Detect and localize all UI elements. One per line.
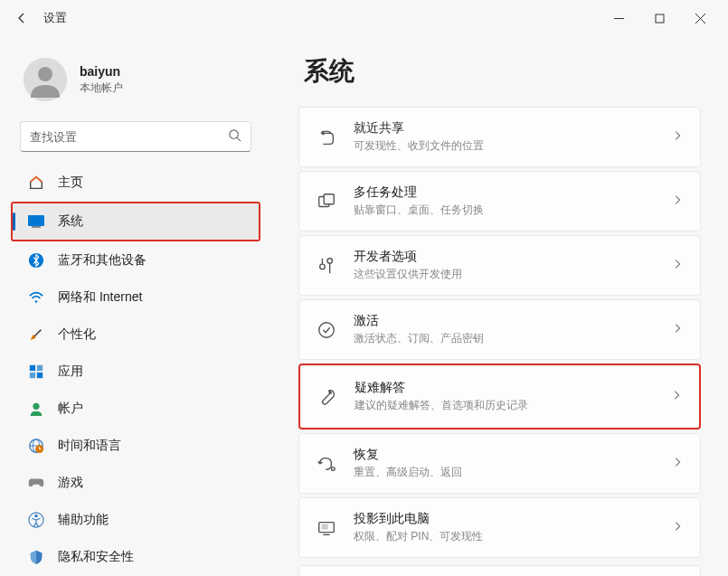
sidebar-item-bluetooth[interactable]: 蓝牙和其他设备 xyxy=(13,242,259,279)
svg-rect-25 xyxy=(324,194,334,203)
wifi-icon xyxy=(27,288,45,307)
card-title: 就近共享 xyxy=(354,120,655,137)
card-partial-remote[interactable]: 远程桌面 xyxy=(298,565,701,576)
home-icon xyxy=(27,174,45,192)
svg-rect-15 xyxy=(30,373,35,378)
card-troubleshoot[interactable]: 疑难解答 建议的疑难解答、首选项和历史记录 xyxy=(298,364,701,430)
sidebar-item-accessibility[interactable]: 辅助功能 xyxy=(13,502,259,538)
maximize-button[interactable] xyxy=(639,4,680,33)
avatar xyxy=(24,58,67,101)
card-subtitle: 重置、高级启动、返回 xyxy=(354,465,655,480)
chevron-right-icon xyxy=(670,389,683,405)
svg-line-7 xyxy=(237,137,241,141)
maximize-icon xyxy=(655,14,665,24)
profile-name: baiyun xyxy=(80,64,123,79)
window-controls xyxy=(599,4,721,33)
sidebar-item-system[interactable]: 系统 xyxy=(13,203,259,240)
svg-point-11 xyxy=(35,300,38,303)
card-title: 激活 xyxy=(354,313,655,329)
sidebar-item-label: 帐户 xyxy=(58,401,83,417)
card-nearby-sharing[interactable]: 就近共享 可发现性、收到文件的位置 xyxy=(298,107,701,167)
sidebar-item-time-language[interactable]: 时间和语言 xyxy=(13,428,259,464)
card-subtitle: 可发现性、收到文件的位置 xyxy=(354,138,655,154)
sidebar-item-accounts[interactable]: 帐户 xyxy=(13,391,259,427)
person-icon xyxy=(27,400,45,418)
card-subtitle: 激活状态、订阅、产品密钥 xyxy=(354,331,655,346)
sidebar-item-label: 蓝牙和其他设备 xyxy=(58,252,147,269)
svg-rect-14 xyxy=(37,365,43,371)
gamepad-icon xyxy=(27,474,45,492)
apps-icon xyxy=(27,363,45,381)
sidebar-item-label: 主页 xyxy=(58,175,83,191)
chevron-right-icon xyxy=(671,129,684,146)
sidebar-item-apps[interactable]: 应用 xyxy=(13,354,259,390)
card-title: 疑难解答 xyxy=(355,380,654,396)
sidebar-item-network[interactable]: 网络和 Internet xyxy=(13,279,259,316)
sidebar-item-label: 隐私和安全性 xyxy=(58,549,134,565)
sidebar-item-label: 应用 xyxy=(58,364,83,380)
card-recovery[interactable]: 恢复 重置、高级启动、返回 xyxy=(298,433,701,494)
sidebar-item-label: 个性化 xyxy=(58,326,96,343)
card-subtitle: 权限、配对 PIN、可发现性 xyxy=(354,529,655,544)
search-input[interactable] xyxy=(30,130,228,144)
card-title: 多任务处理 xyxy=(354,184,655,201)
chevron-right-icon xyxy=(671,520,684,536)
sidebar-item-personalization[interactable]: 个性化 xyxy=(13,316,259,353)
sidebar-item-home[interactable]: 主页 xyxy=(13,165,259,201)
user-profile[interactable]: baiyun 本地帐户 xyxy=(7,47,264,112)
brush-icon xyxy=(27,326,45,344)
sidebar-item-label: 时间和语言 xyxy=(58,438,121,454)
close-button[interactable] xyxy=(680,4,721,33)
search-box[interactable] xyxy=(20,121,251,152)
chevron-right-icon xyxy=(671,258,684,274)
card-multitasking[interactable]: 多任务处理 贴靠窗口、桌面、任务切换 xyxy=(298,171,701,231)
chevron-right-icon xyxy=(671,194,684,210)
sidebar-item-label: 辅助功能 xyxy=(58,512,109,528)
chevron-right-icon xyxy=(671,322,684,338)
svg-point-23 xyxy=(34,515,38,518)
back-button[interactable] xyxy=(7,4,36,33)
svg-rect-8 xyxy=(28,215,44,226)
shield-icon xyxy=(27,548,45,566)
multitask-icon xyxy=(316,191,337,212)
bluetooth-icon xyxy=(27,251,45,269)
minimize-icon xyxy=(614,14,624,24)
highlight-system-nav: 系统 xyxy=(11,202,260,241)
sidebar: baiyun 本地帐户 主页 系统 xyxy=(0,36,271,576)
check-circle-icon xyxy=(316,319,337,341)
card-subtitle: 建议的疑难解答、首选项和历史记录 xyxy=(355,398,654,413)
minimize-button[interactable] xyxy=(599,4,639,33)
svg-rect-30 xyxy=(322,524,327,529)
svg-point-17 xyxy=(33,403,39,410)
sidebar-item-label: 系统 xyxy=(58,213,83,230)
sidebar-item-privacy[interactable]: 隐私和安全性 xyxy=(13,539,259,575)
accessibility-icon xyxy=(27,511,45,529)
svg-point-5 xyxy=(38,67,52,81)
svg-rect-9 xyxy=(32,226,41,228)
arrow-left-icon xyxy=(14,11,29,25)
sidebar-item-label: 游戏 xyxy=(58,475,83,491)
share-icon xyxy=(316,127,337,148)
card-title: 投影到此电脑 xyxy=(354,511,655,527)
card-subtitle: 贴靠窗口、桌面、任务切换 xyxy=(354,203,655,218)
svg-line-12 xyxy=(34,330,41,336)
svg-rect-13 xyxy=(30,365,35,371)
card-title: 开发者选项 xyxy=(354,249,655,265)
card-activation[interactable]: 激活 激活状态、订阅、产品密钥 xyxy=(298,299,701,360)
system-icon xyxy=(27,212,45,231)
wrench-icon xyxy=(317,386,338,408)
svg-rect-16 xyxy=(37,373,43,378)
app-title: 设置 xyxy=(43,10,67,26)
titlebar: 设置 xyxy=(0,0,728,36)
nav-list: 主页 系统 蓝牙和其他设备 网络和 xyxy=(7,165,264,575)
card-developer[interactable]: 开发者选项 这些设置仅供开发使用 xyxy=(298,235,701,296)
close-icon xyxy=(695,14,705,24)
profile-type: 本地帐户 xyxy=(80,80,123,96)
tools-icon xyxy=(316,255,337,277)
recovery-icon xyxy=(316,453,337,475)
sidebar-item-gaming[interactable]: 游戏 xyxy=(13,465,259,501)
card-projecting[interactable]: 投影到此电脑 权限、配对 PIN、可发现性 xyxy=(298,497,701,558)
svg-rect-1 xyxy=(656,14,664,23)
project-icon xyxy=(316,517,337,539)
card-title: 恢复 xyxy=(354,447,655,463)
